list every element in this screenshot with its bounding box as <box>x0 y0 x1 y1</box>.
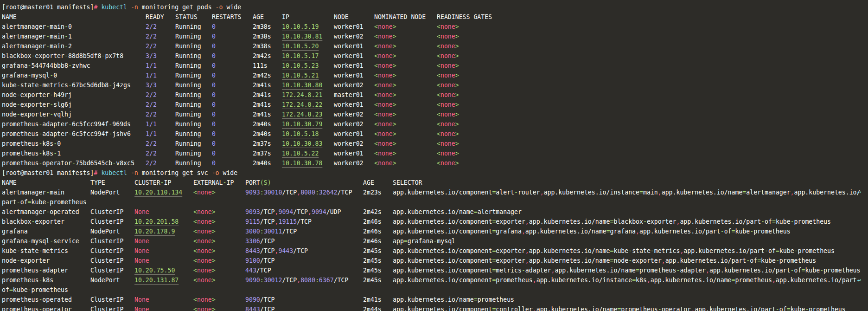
svc-table-rows: alertmanager-main NodePort 10.20.110.134… <box>0 188 868 311</box>
pod-node-cell: worker01 <box>334 51 364 61</box>
pod-status-cell: Running <box>175 80 201 90</box>
pod-table-row: alertmanager-main-1 2/2 Running 0 2m38s … <box>0 32 868 41</box>
svc-external-ip-cell: <none> <box>193 295 216 305</box>
pod-table-row: grafana-544744bbb8-zvhwc 1/1 Running 0 1… <box>0 61 868 71</box>
prompt-get-pods: [root@master01 manifests]# kubectl -n mo… <box>2 2 241 12</box>
svc-header-ports: PORT(S) <box>245 178 271 188</box>
svc-selector-cell: app.kubernetes.io/component=controller,a… <box>393 305 846 311</box>
pod-age-cell: 2m37s <box>253 149 271 158</box>
pod-name-cell: alertmanager-main-1 <box>2 32 72 41</box>
pod-nominated-node-cell: <none> <box>374 119 396 129</box>
pod-ip-cell: 172.24.8.22 <box>282 100 322 110</box>
pod-restarts-cell: 0 <box>212 119 216 129</box>
svc-table-row: prometheus-operated ClusterIP None <none… <box>0 295 868 305</box>
pod-ready-cell: 1/1 <box>146 61 157 71</box>
pod-ready-cell: 2/2 <box>146 22 157 32</box>
svc-age-cell: 2m23s <box>363 188 382 197</box>
svc-header-age: AGE <box>363 178 374 188</box>
svc-name-cell: grafana-mysql-service <box>2 236 79 246</box>
pod-nominated-node-cell: <none> <box>374 139 396 149</box>
pod-nominated-node-cell: <none> <box>374 158 396 168</box>
pods-header-ready: READY <box>146 12 164 22</box>
svc-cluster-ip-cell: 10.20.75.50 <box>134 266 175 275</box>
pod-restarts-cell: 0 <box>212 61 216 71</box>
terminal-screen[interactable]: [root@master01 manifests]# kubectl -n mo… <box>0 0 868 311</box>
svc-table-row: grafana-mysql-service ClusterIP None <no… <box>0 236 868 246</box>
pod-ip-cell: 10.10.5.18 <box>282 129 319 139</box>
pod-status-cell: Running <box>175 61 201 71</box>
svc-type-cell: ClusterIP <box>90 295 123 305</box>
svc-type-cell: NodePort <box>90 227 120 236</box>
pod-status-cell: Running <box>175 100 201 110</box>
prompt-get-svc: [root@master01 manifests]# kubectl -n mo… <box>2 168 237 178</box>
pod-readiness-gates-cell: <none> <box>437 110 459 119</box>
pod-restarts-cell: 0 <box>212 32 216 41</box>
pod-ip-cell: 10.10.30.83 <box>282 139 322 149</box>
pod-ready-cell: 2/2 <box>146 158 157 168</box>
pod-readiness-gates-cell: <none> <box>437 100 459 110</box>
pods-header-node: NODE <box>334 12 349 22</box>
pod-status-cell: Running <box>175 129 201 139</box>
svc-table-row: alertmanager-operated ClusterIP None <no… <box>0 207 868 217</box>
svc-external-ip-cell: <none> <box>193 207 216 217</box>
pod-table-row: prometheus-operator-75bd6545cb-v8xc5 2/2… <box>0 158 868 168</box>
svc-cluster-ip-cell: None <box>134 236 149 246</box>
svc-external-ip-cell: <none> <box>193 236 216 246</box>
svc-name-cell: kube-state-metrics <box>2 246 68 256</box>
pod-age-cell: 2m38s <box>253 32 271 41</box>
svc-selector-cell: app=grafana-mysql <box>393 236 455 246</box>
pod-node-cell: worker01 <box>334 61 364 71</box>
line-wrap-icon: ↩ <box>857 275 861 285</box>
pod-readiness-gates-cell: <none> <box>437 32 459 41</box>
svc-age-cell: 2m45s <box>363 275 382 285</box>
pod-restarts-cell: 0 <box>212 110 216 119</box>
svc-header-type: TYPE <box>90 178 105 188</box>
pod-ready-cell: 1/1 <box>146 71 157 80</box>
svc-header-cluster-ip: CLUSTER-IP <box>134 178 171 188</box>
pod-table-row: prometheus-adapter-6c5fcc994f-969ds 1/1 … <box>0 119 868 129</box>
svc-age-cell: 2m42s <box>363 207 382 217</box>
pod-ip-cell: 10.10.5.20 <box>282 41 319 51</box>
pod-ip-cell: 10.10.30.81 <box>282 32 322 41</box>
pod-node-cell: worker01 <box>334 129 364 139</box>
pod-status-cell: Running <box>175 119 201 129</box>
pod-node-cell: worker01 <box>334 149 364 158</box>
pod-age-cell: 2m40s <box>253 158 271 168</box>
pod-ip-cell: 10.10.5.17 <box>282 51 319 61</box>
svc-external-ip-cell: <none> <box>193 275 216 285</box>
svc-external-ip-cell: <none> <box>193 256 216 266</box>
pod-ready-cell: 1/1 <box>146 119 157 129</box>
svc-selector-cell: app.kubernetes.io/component=exporter,app… <box>393 246 835 256</box>
pods-table-header: NAME READY STATUS RESTARTS AGE IP NODE N… <box>0 12 868 22</box>
pod-age-cell: 2m41s <box>253 90 271 100</box>
pod-ip-cell: 10.10.5.23 <box>282 61 319 71</box>
pod-name-cell: prometheus-operator-75bd6545cb-v8xc5 <box>2 158 134 168</box>
svc-selector-cell: app.kubernetes.io/component=prometheus,a… <box>393 275 860 285</box>
pod-restarts-cell: 0 <box>212 90 216 100</box>
svc-name-cell: prometheus-operated <box>2 295 72 305</box>
pod-restarts-cell: 0 <box>212 100 216 110</box>
svc-selector-cell: app.kubernetes.io/component=exporter,app… <box>393 217 831 227</box>
svc-type-cell: ClusterIP <box>90 246 123 256</box>
pod-status-cell: Running <box>175 110 201 119</box>
pod-table-row: alertmanager-main-2 2/2 Running 0 2m38s … <box>0 41 868 51</box>
svc-cluster-ip-cell: None <box>134 305 149 311</box>
svc-type-cell: NodePort <box>90 275 120 285</box>
svc-type-cell: ClusterIP <box>90 256 123 266</box>
pod-ready-cell: 2/2 <box>146 32 157 41</box>
pod-age-cell: 2m40s <box>253 119 271 129</box>
pods-header-ip: IP <box>282 12 289 22</box>
pod-readiness-gates-cell: <none> <box>437 149 459 158</box>
svc-age-cell: 2m46s <box>363 236 382 246</box>
svc-ports-cell: 9090:30012/TCP,8080:6367/TCP <box>245 275 348 285</box>
svc-name-cell: grafana <box>2 227 28 236</box>
pod-node-cell: worker02 <box>334 139 364 149</box>
pod-table-row: grafana-mysql-0 1/1 Running 0 2m42s 10.1… <box>0 71 868 80</box>
pod-readiness-gates-cell: <none> <box>437 139 459 149</box>
pod-restarts-cell: 0 <box>212 158 216 168</box>
svc-header-name: NAME <box>2 178 17 188</box>
pod-age-cell: 2m41s <box>253 100 271 110</box>
pod-name-cell: alertmanager-main-2 <box>2 41 72 51</box>
svc-table-row: grafana NodePort 10.20.178.9 <none> 3000… <box>0 227 868 236</box>
prompt-path: [root@master01 manifests] <box>2 4 94 11</box>
